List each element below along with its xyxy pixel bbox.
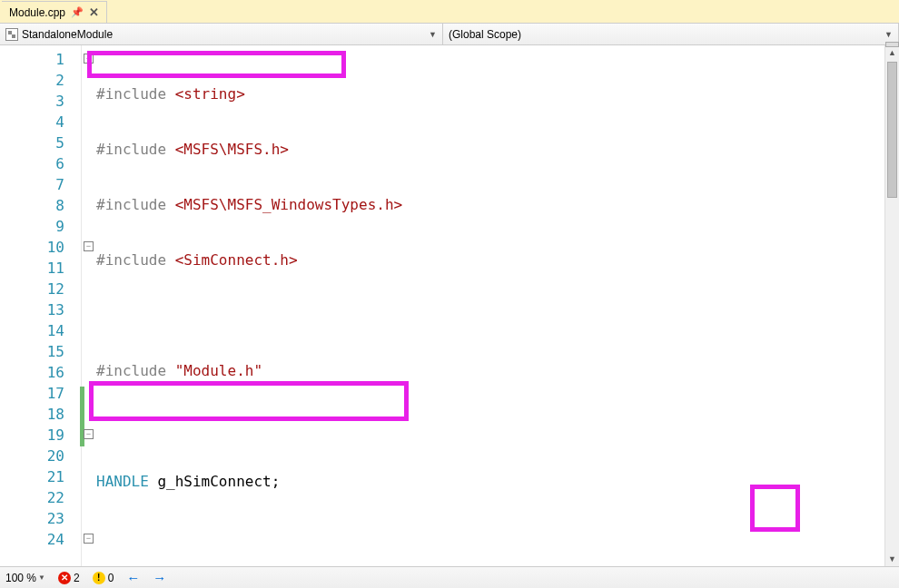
nav-prev-icon[interactable]: ← [126, 570, 140, 585]
fold-toggle[interactable]: − [84, 429, 94, 439]
scope-dropdown[interactable]: (Global Scope) ▼ [443, 24, 899, 44]
fold-toggle[interactable]: − [84, 54, 94, 64]
line-number: 10 [0, 237, 81, 258]
code-line: #include "Module.h" [96, 360, 899, 381]
project-dropdown[interactable]: StandaloneModule ▼ [0, 24, 443, 44]
tab-bar: Module.cpp 📌 ✕ [0, 0, 899, 24]
error-count[interactable]: ✕ 2 [58, 572, 80, 584]
line-number: 12 [0, 279, 81, 299]
line-number: 23 [0, 508, 81, 529]
fold-toggle[interactable]: − [84, 241, 94, 251]
code-line [96, 526, 899, 547]
error-number: 2 [74, 572, 80, 584]
code-line: #include <MSFS\MSFS_WindowsTypes.h> [96, 194, 899, 215]
zoom-value: 100 % [5, 572, 36, 584]
line-number: 8 [0, 195, 81, 216]
warning-icon: ! [93, 572, 105, 584]
line-number: 9 [0, 216, 81, 237]
scrollbar-thumb[interactable] [887, 62, 897, 198]
code-line: #include <MSFS\MSFS.h> [96, 139, 899, 160]
chevron-down-icon: ▼ [429, 30, 437, 39]
code-editor[interactable]: 1 2 3 4 5 6 7 8 9 10 11 12 13 14 15 16 1… [0, 45, 899, 566]
line-number: 24 [0, 529, 81, 550]
line-number: 4 [0, 112, 81, 132]
line-number: 19 [0, 425, 81, 446]
code-line: HANDLE g_hSimConnect; [96, 471, 899, 492]
fold-toggle[interactable]: − [84, 534, 94, 544]
code-line: #include <string> [96, 83, 899, 104]
project-icon [5, 28, 18, 41]
status-bar: 100 % ▼ ✕ 2 ! 0 ← → [0, 566, 899, 588]
line-number: 15 [0, 341, 81, 362]
project-label: StandaloneModule [22, 28, 113, 41]
pin-icon[interactable]: 📌 [71, 6, 84, 18]
scope-label: (Global Scope) [449, 28, 521, 41]
line-number: 11 [0, 258, 81, 279]
line-number: 1 [0, 49, 81, 70]
line-number: 7 [0, 174, 81, 195]
close-icon[interactable]: ✕ [89, 5, 99, 19]
scroll-up-icon[interactable]: ▲ [885, 45, 899, 60]
vertical-scrollbar[interactable]: ▲ ▼ [884, 45, 899, 566]
chevron-down-icon: ▼ [38, 573, 45, 582]
zoom-control[interactable]: 100 % ▼ [5, 572, 45, 584]
code-content[interactable]: #include <string> #include <MSFS\MSFS.h>… [96, 45, 899, 566]
warning-count[interactable]: ! 0 [93, 572, 114, 584]
line-number: 2 [0, 70, 81, 91]
line-number: 21 [0, 466, 81, 487]
code-line [96, 305, 899, 326]
line-number: 17 [0, 383, 81, 404]
tab-module-cpp[interactable]: Module.cpp 📌 ✕ [2, 1, 107, 23]
line-number: 16 [0, 362, 81, 383]
code-line [96, 416, 899, 436]
line-number: 5 [0, 132, 81, 153]
nav-next-icon[interactable]: → [153, 570, 166, 585]
line-number-gutter: 1 2 3 4 5 6 7 8 9 10 11 12 13 14 15 16 1… [0, 45, 82, 566]
fold-column: − − − − [82, 45, 96, 566]
line-number: 18 [0, 404, 81, 425]
line-number: 3 [0, 91, 81, 112]
line-number: 22 [0, 487, 81, 508]
tab-title: Module.cpp [9, 6, 65, 19]
line-number: 14 [0, 320, 81, 341]
code-line: #include <SimConnect.h> [96, 250, 899, 270]
warning-number: 0 [108, 572, 114, 584]
chevron-down-icon: ▼ [884, 30, 893, 39]
scroll-down-icon[interactable]: ▼ [885, 552, 899, 566]
error-icon: ✕ [58, 572, 71, 584]
line-number: 13 [0, 299, 81, 320]
line-number: 20 [0, 446, 81, 466]
navigation-dropdown-bar: StandaloneModule ▼ (Global Scope) ▼ [0, 24, 899, 45]
line-number: 6 [0, 153, 81, 174]
